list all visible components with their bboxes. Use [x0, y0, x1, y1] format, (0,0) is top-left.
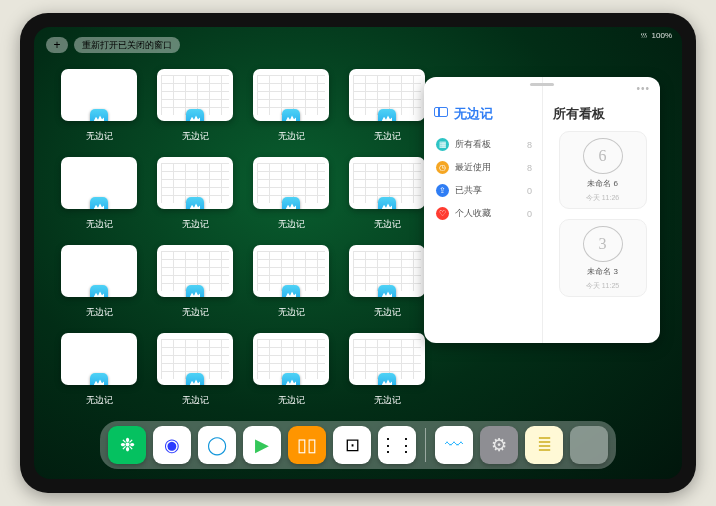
board-list: 6未命名 6今天 11:263未命名 3今天 11:25 [553, 131, 652, 297]
window-thumbnail[interactable]: 无边记 [348, 333, 426, 407]
freeform-app-icon [378, 109, 396, 121]
ipad-frame: ᯾ 100% + 重新打开已关闭的窗口 无边记无边记无边记无边记无边记无边记无边… [20, 13, 696, 493]
thumbnail-preview [157, 157, 233, 209]
window-thumbnail[interactable]: 无边记 [348, 69, 426, 143]
dock-app-notes[interactable]: ≣ [525, 426, 563, 464]
freeform-app-icon [282, 373, 300, 385]
thumbnail-preview [61, 69, 137, 121]
category-item[interactable]: ▦所有看板8 [434, 133, 534, 156]
window-thumbnail[interactable]: 无边记 [348, 245, 426, 319]
new-window-button[interactable]: + [46, 37, 68, 53]
category-label: 已共享 [455, 184, 482, 197]
board-time: 今天 11:25 [586, 281, 619, 291]
thumbnail-preview [157, 333, 233, 385]
thumbnail-preview [349, 333, 425, 385]
thumbnail-label: 无边记 [182, 306, 209, 319]
window-thumbnail[interactable]: 无边记 [252, 69, 330, 143]
thumbnail-label: 无边记 [182, 130, 209, 143]
category-icon: ♡ [436, 207, 449, 220]
sidebar-toggle-icon[interactable] [434, 107, 448, 117]
freeform-app-icon [90, 373, 108, 385]
dock-app-qqbrowser[interactable]: ◯ [198, 426, 236, 464]
panel-title-left: 无边记 [454, 105, 534, 123]
board-card[interactable]: 6未命名 6今天 11:26 [559, 131, 647, 209]
thumbnail-preview [61, 157, 137, 209]
freeform-app-icon [282, 109, 300, 121]
thumbnail-label: 无边记 [86, 218, 113, 231]
window-thumbnail[interactable]: 无边记 [252, 157, 330, 231]
thumbnail-label: 无边记 [278, 218, 305, 231]
category-item[interactable]: ♡个人收藏0 [434, 202, 534, 225]
thumbnail-preview [157, 245, 233, 297]
category-icon: ⇪ [436, 184, 449, 197]
thumbnail-label: 无边记 [182, 394, 209, 407]
window-thumbnail[interactable]: 无边记 [156, 333, 234, 407]
freeform-app-icon [378, 197, 396, 209]
thumbnail-preview [157, 69, 233, 121]
board-name: 未命名 6 [587, 178, 618, 189]
window-thumbnail[interactable]: 无边记 [60, 157, 138, 231]
dock-app-dice[interactable]: ⊡ [333, 426, 371, 464]
app-library-icon[interactable] [570, 426, 608, 464]
category-label: 个人收藏 [455, 207, 491, 220]
window-grid: 无边记无边记无边记无边记无边记无边记无边记无边记无边记无边记无边记无边记无边记无… [60, 69, 426, 407]
thumbnail-preview [253, 157, 329, 209]
reopen-closed-window-button[interactable]: 重新打开已关闭的窗口 [74, 37, 180, 53]
window-thumbnail[interactable]: 无边记 [156, 245, 234, 319]
board-thumbnail: 3 [583, 226, 623, 262]
thumbnail-preview [253, 69, 329, 121]
dock-app-settings[interactable]: ⚙ [480, 426, 518, 464]
thumbnail-label: 无边记 [182, 218, 209, 231]
window-thumbnail[interactable]: 无边记 [156, 157, 234, 231]
board-name: 未命名 3 [587, 266, 618, 277]
ipad-screen: ᯾ 100% + 重新打开已关闭的窗口 无边记无边记无边记无边记无边记无边记无边… [34, 27, 682, 479]
thumbnail-label: 无边记 [374, 218, 401, 231]
freeform-app-icon [90, 285, 108, 297]
thumbnail-label: 无边记 [86, 130, 113, 143]
window-thumbnail[interactable]: 无边记 [348, 157, 426, 231]
category-icon: ▦ [436, 138, 449, 151]
thumbnail-label: 无边记 [278, 130, 305, 143]
window-thumbnail[interactable]: 无边记 [60, 333, 138, 407]
window-thumbnail[interactable]: 无边记 [252, 333, 330, 407]
freeform-app-icon [90, 109, 108, 121]
window-thumbnail[interactable]: 无边记 [60, 245, 138, 319]
thumbnail-label: 无边记 [86, 306, 113, 319]
board-card[interactable]: 3未命名 3今天 11:25 [559, 219, 647, 297]
category-count: 0 [527, 186, 532, 196]
dock-apps: ❉◉◯▶▯▯⊡⋮⋮ [108, 426, 416, 464]
category-list: ▦所有看板8◷最近使用8⇪已共享0♡个人收藏0 [434, 133, 534, 225]
freeform-app-icon [282, 285, 300, 297]
more-icon[interactable]: ••• [636, 83, 650, 94]
category-item[interactable]: ◷最近使用8 [434, 156, 534, 179]
thumbnail-label: 无边记 [86, 394, 113, 407]
dock-app-freeform[interactable]: 〰 [435, 426, 473, 464]
category-count: 0 [527, 209, 532, 219]
freeform-app-icon [282, 197, 300, 209]
thumbnail-label: 无边记 [374, 394, 401, 407]
dock-app-nodes[interactable]: ⋮⋮ [378, 426, 416, 464]
window-thumbnail[interactable]: 无边记 [156, 69, 234, 143]
category-count: 8 [527, 140, 532, 150]
freeform-app-icon [186, 285, 204, 297]
freeform-app-icon [186, 197, 204, 209]
dock-separator [425, 428, 426, 462]
thumbnail-preview [253, 333, 329, 385]
thumbnail-label: 无边记 [374, 130, 401, 143]
freeform-app-icon [186, 373, 204, 385]
thumbnail-preview [349, 69, 425, 121]
dock-recent: 〰⚙≣ [435, 426, 563, 464]
dock-app-wechat[interactable]: ❉ [108, 426, 146, 464]
thumbnail-label: 无边记 [374, 306, 401, 319]
thumbnail-preview [61, 245, 137, 297]
window-thumbnail[interactable]: 无边记 [252, 245, 330, 319]
board-time: 今天 11:26 [586, 193, 619, 203]
dock-app-play[interactable]: ▶ [243, 426, 281, 464]
window-thumbnail[interactable]: 无边记 [60, 69, 138, 143]
dock-app-quark[interactable]: ◉ [153, 426, 191, 464]
category-icon: ◷ [436, 161, 449, 174]
category-label: 最近使用 [455, 161, 491, 174]
dock-app-books[interactable]: ▯▯ [288, 426, 326, 464]
thumbnail-preview [349, 157, 425, 209]
category-item[interactable]: ⇪已共享0 [434, 179, 534, 202]
